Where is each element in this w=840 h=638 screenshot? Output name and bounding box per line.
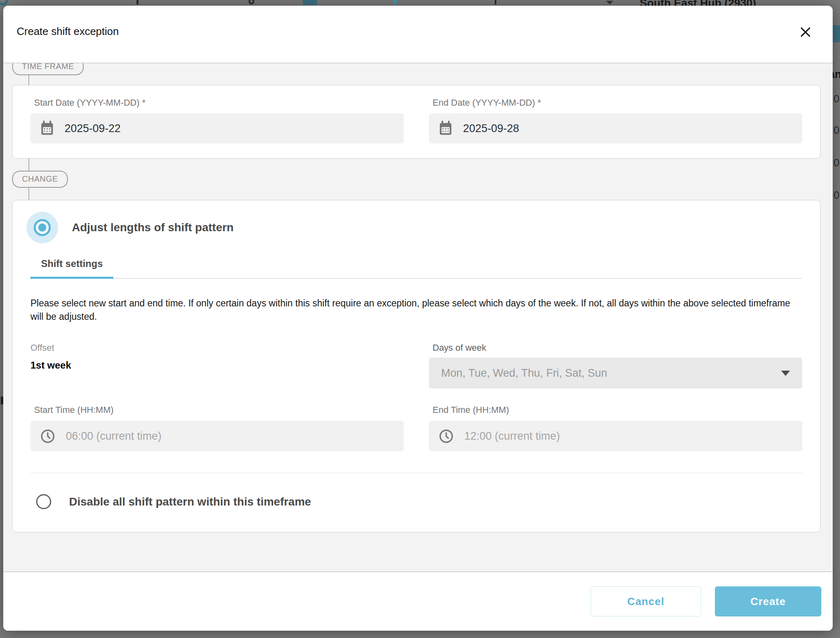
dialog-title: Create shift exception [17,25,119,38]
start-time-label: Start Time (HH:MM) [30,405,404,415]
radio-selected-icon[interactable] [26,212,58,243]
calendar-icon [39,121,55,136]
background-toggle-fragment [303,0,317,5]
start-date-label: Start Date (YYYY-MM-DD) * [30,98,404,108]
background-banner-fragment [833,25,840,42]
section-connector-line [28,188,29,200]
days-of-week-select[interactable]: Mon, Tue, Wed, Thu, Fri, Sat, Sun [429,358,802,388]
start-time-field[interactable]: 06:00 (current time) [30,421,404,451]
time-row: Start Time (HH:MM) 06:00 (current time) … [30,405,802,451]
dialog-header: Create shift exception [3,6,833,63]
chevron-down-icon [606,1,613,4]
end-date-value: 2025-09-28 [463,122,519,135]
end-date-label: End Date (YYYY-MM-DD) * [429,98,802,108]
radio-unselected-icon[interactable] [36,494,51,509]
background-text-fragment [249,0,254,4]
days-of-week-group: Days of week Mon, Tue, Wed, Thu, Fri, Sa… [429,343,802,388]
option-disable-shift-pattern[interactable]: Disable all shift pattern within this ti… [36,494,802,509]
shift-settings-description: Please select new start and end time. If… [30,297,802,323]
days-of-week-label: Days of week [429,343,802,353]
caret-down-icon [781,371,790,376]
offset-group: Offset 1st week [30,343,404,371]
screen: South East Hub (2930) an 0 0 0 0 Create … [0,0,840,638]
close-icon [799,25,812,39]
option-adjust-label: Adjust lengths of shift pattern [72,221,234,234]
option-disable-label: Disable all shift pattern within this ti… [69,495,311,508]
calendar-icon [438,121,453,136]
create-shift-exception-dialog: Create shift exception TIME FRAME Start … [3,6,833,631]
tabbar: Shift settings [30,252,802,279]
dialog-body: TIME FRAME Start Date (YYYY-MM-DD) * [3,63,833,571]
start-date-field[interactable]: 2025-09-22 [30,113,404,143]
end-time-label: End Time (HH:MM) [429,405,802,415]
change-section-label: CHANGE [22,174,58,183]
option-adjust-shift-pattern[interactable]: Adjust lengths of shift pattern [26,212,802,243]
timeframe-section-badge: TIME FRAME [12,63,84,75]
background-time-fragment: 0 [834,189,839,202]
section-connector-line [28,75,29,85]
end-date-field[interactable]: 2025-09-28 [429,113,802,143]
background-text-fragment [495,0,496,4]
days-of-week-value: Mon, Tue, Wed, Thu, Fri, Sat, Sun [441,367,781,380]
timeframe-section-label: TIME FRAME [22,63,74,71]
radio-ring [34,219,51,236]
end-date-group: End Date (YYYY-MM-DD) * 2025-09-28 [429,98,802,143]
section-divider [30,473,802,473]
start-date-group: Start Date (YYYY-MM-DD) * 2025-09-22 [30,98,404,143]
clock-icon [40,429,55,444]
cancel-button[interactable]: Cancel [591,586,701,616]
offset-value: 1st week [30,360,404,371]
offset-label: Offset [30,343,404,353]
start-date-value: 2025-09-22 [65,122,121,135]
end-time-group: End Time (HH:MM) 12:00 (current time) [429,405,802,451]
background-time-fragment: 0 [834,93,839,105]
radio-dot [38,224,46,232]
background-logo-fragment [0,0,8,6]
tab-shift-settings[interactable]: Shift settings [30,252,113,278]
end-time-field[interactable]: 12:00 (current time) [429,421,802,451]
change-section-badge: CHANGE [12,171,68,188]
start-time-placeholder: 06:00 (current time) [66,430,162,443]
section-connector-line [28,158,29,171]
background-time-fragment: 0 [834,156,839,169]
background-text-fragment [136,0,139,4]
background-toggle-fragment [393,0,397,4]
clock-icon [439,429,454,444]
close-button[interactable] [799,24,814,40]
background-time-fragment: 0 [834,124,839,137]
timeframe-card: Start Date (YYYY-MM-DD) * 2025-09-22 [12,85,821,158]
create-button[interactable]: Create [715,586,821,616]
start-time-group: Start Time (HH:MM) 06:00 (current time) [30,405,404,451]
dialog-footer: Cancel Create [3,571,833,631]
end-time-placeholder: 12:00 (current time) [464,430,560,443]
offset-days-row: Offset 1st week Days of week Mon, Tue, W… [30,343,802,388]
tab-shift-settings-label: Shift settings [41,258,103,269]
change-card: Adjust lengths of shift pattern Shift se… [12,200,821,532]
